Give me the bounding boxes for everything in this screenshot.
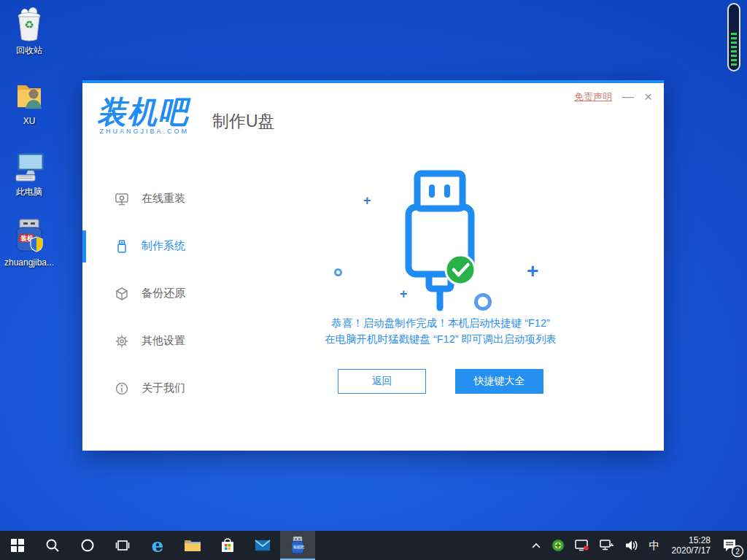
desktop-icon-zhuangjiba[interactable]: 装机 zhuangjiba...	[1, 218, 57, 289]
minimize-button[interactable]: —	[622, 91, 634, 103]
desktop-icon-xu-folder[interactable]: XU	[1, 77, 57, 147]
edge-button[interactable]: e	[140, 531, 175, 560]
search-icon	[45, 538, 60, 553]
sidebar-item-label: 其他设置	[142, 334, 185, 348]
desktop-icon-recycle-bin[interactable]: ♻ 回收站	[1, 6, 57, 77]
windows-logo-icon	[11, 539, 24, 552]
activity-gauge	[727, 3, 740, 71]
disclaimer-link[interactable]: 免责声明	[574, 90, 612, 104]
mail-button[interactable]	[245, 531, 280, 560]
window-body: 在线重装 制作系统 备份还原	[82, 149, 664, 451]
this-pc-icon	[10, 147, 48, 185]
usb-success-graphic: + + +	[317, 159, 565, 311]
dot-decoration	[334, 268, 342, 276]
back-button[interactable]: 返回	[338, 369, 426, 394]
plus-decoration: +	[527, 261, 538, 281]
tray-ime-indicator[interactable]: 中	[646, 531, 664, 560]
tray-action-center[interactable]: 2	[719, 531, 744, 560]
activity-gauge-level	[731, 33, 737, 67]
chevron-up-icon	[531, 542, 541, 549]
user-folder-icon	[10, 77, 48, 114]
app-logo-subtitle: ZHUANGJIBA.COM	[99, 128, 189, 135]
sidebar-item-label: 在线重装	[142, 192, 185, 206]
recycle-icon: ♻	[24, 18, 34, 31]
search-button[interactable]	[35, 531, 70, 560]
sidebar-item-online-reinstall[interactable]: 在线重装	[82, 175, 217, 222]
success-message-line2: 在电脑开机时猛戳键盘 “F12” 即可调出启动项列表	[325, 331, 557, 347]
info-icon	[115, 381, 129, 396]
notification-badge-count: 2	[735, 548, 740, 556]
app-logo-title: 装机吧	[97, 96, 189, 127]
zhuangjiba-usb-icon: 装机	[10, 218, 48, 256]
sidebar-item-other-settings[interactable]: 其他设置	[82, 317, 217, 365]
taskbar: e	[0, 531, 747, 560]
monitor-reinstall-icon	[115, 192, 129, 206]
taskbar-usb-text: 装机吧	[293, 545, 304, 549]
sidebar-item-label: 关于我们	[142, 381, 185, 395]
usb-stick-icon	[115, 239, 129, 254]
hotkeys-button[interactable]: 快捷键大全	[455, 369, 543, 394]
close-button[interactable]: ×	[644, 91, 652, 103]
main-content: + + +	[217, 149, 664, 451]
file-explorer-button[interactable]	[175, 531, 210, 560]
clock-date: 2020/7/17	[672, 545, 711, 556]
cortana-button[interactable]	[70, 531, 105, 560]
start-button[interactable]	[0, 531, 35, 560]
task-view-button[interactable]	[105, 531, 140, 560]
desktop-icon-label: 回收站	[16, 46, 42, 55]
notification-badge: 2	[731, 545, 744, 558]
tray-antivirus[interactable]	[548, 531, 568, 560]
desktop-icon-list: ♻ 回收站 XU	[1, 6, 57, 289]
edge-icon: e	[152, 534, 164, 556]
plus-decoration: +	[363, 194, 371, 207]
task-view-icon	[115, 538, 130, 553]
antivirus-icon	[551, 539, 565, 552]
sidebar-item-make-system[interactable]: 制作系统	[82, 222, 217, 270]
desktop-icon-label: zhuangjiba...	[4, 258, 54, 268]
tray-clock[interactable]: 15:28 2020/7/17	[667, 531, 716, 560]
desktop-icon-label: 此电脑	[16, 187, 42, 197]
system-tray: 中 15:28 2020/7/17 2	[527, 531, 747, 560]
network-icon	[600, 540, 614, 551]
store-icon	[220, 537, 236, 553]
display-notification-icon	[575, 539, 589, 552]
speaker-icon	[624, 540, 639, 551]
sidebar-item-about-us[interactable]: 关于我们	[82, 365, 217, 412]
zhuangjiba-taskbar-icon: 装机吧	[289, 536, 306, 555]
success-message-line1: 恭喜！启动盘制作完成！本机启动快捷键 “F12”	[325, 315, 557, 331]
desktop: ♻ 回收站 XU	[0, 0, 747, 560]
sidebar-item-backup-restore[interactable]: 备份还原	[82, 270, 217, 317]
button-row: 返回 快捷键大全	[338, 369, 543, 394]
sidebar-item-label: 备份还原	[142, 287, 185, 300]
desktop-icon-label: XU	[23, 117, 36, 126]
success-message: 恭喜！启动盘制作完成！本机启动快捷键 “F12” 在电脑开机时猛戳键盘 “F12…	[325, 315, 557, 347]
file-explorer-icon	[184, 538, 201, 553]
recycle-bin-icon: ♻	[10, 6, 48, 44]
window-controls: 免责声明 — ×	[574, 90, 652, 104]
mail-icon	[254, 538, 271, 553]
app-logo: 装机吧 ZHUANGJIBA.COM	[97, 97, 189, 135]
store-button[interactable]	[210, 531, 245, 560]
cortana-icon	[80, 538, 95, 553]
usb-drive-check-icon	[371, 169, 510, 312]
tray-volume[interactable]	[621, 531, 643, 560]
backup-cube-icon	[115, 287, 129, 301]
desktop-icon-this-pc[interactable]: 此电脑	[1, 147, 57, 218]
tray-display-app[interactable]	[571, 531, 593, 560]
tray-network[interactable]	[596, 531, 618, 560]
zhuangjiba-window: 装机吧 ZHUANGJIBA.COM 制作U盘 免责声明 — × 在线重装	[82, 80, 664, 451]
tray-show-hidden-icons[interactable]	[527, 531, 545, 560]
taskbar-zhuangjiba-button[interactable]: 装机吧	[280, 531, 315, 560]
clock-time: 15:28	[672, 535, 711, 545]
window-header: 装机吧 ZHUANGJIBA.COM 制作U盘 免责声明 — ×	[82, 83, 664, 149]
gear-icon	[115, 334, 129, 349]
sidebar: 在线重装 制作系统 备份还原	[82, 149, 217, 451]
sidebar-item-label: 制作系统	[142, 239, 185, 253]
page-title: 制作U盘	[212, 110, 275, 133]
